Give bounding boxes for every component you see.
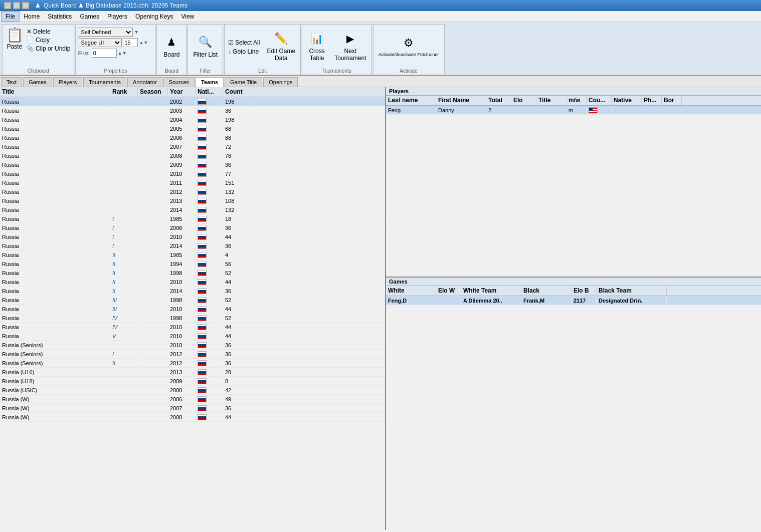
table-row[interactable]: RussiaII199456 [0,259,385,269]
table-row[interactable]: Russia200568 [0,124,385,133]
table-row[interactable]: RussiaI201044 [0,232,385,241]
flag-russia [198,162,207,168]
table-row[interactable]: Russia200936 [0,160,385,169]
tab-text[interactable]: Text [1,77,22,87]
select-all-button[interactable]: ☑ Select All [227,39,261,47]
table-row[interactable]: Russia (Seniors)201036 [0,341,385,350]
cross-table-button[interactable]: 📊 Cross Table [304,29,329,64]
maximize-button[interactable]: □ [13,2,20,9]
board-group: ♟ Board Board [156,24,186,75]
close-button[interactable]: × [22,2,29,9]
table-row[interactable]: RussiaII19854 [0,250,385,259]
table-row[interactable]: RussiaV201044 [0,332,385,341]
table-row[interactable]: RussiaII201044 [0,278,385,287]
table-row[interactable]: Russia (U16)201328 [0,368,385,377]
edit-game-data-button[interactable]: ✏️ Edit Game Data [264,29,298,64]
table-row[interactable]: RussiaII201436 [0,287,385,296]
first-value-input[interactable] [92,49,117,58]
flag-russia [198,306,207,312]
table-row[interactable]: Russia200336 [0,106,385,115]
font-select[interactable]: Segoe UI [78,38,122,47]
teams-table-scroll[interactable]: Russia2002198Russia200336Russia2004198Ru… [0,97,385,530]
table-row[interactable]: RussiaII199852 [0,269,385,278]
games-table[interactable]: Feng,DA Dilemma 20..Frank,M2117Designate… [386,296,761,530]
players-col-first-name: First Name [436,96,486,105]
copy-icon: 📄 [27,37,34,44]
flag-russia [198,108,207,114]
minimize-button[interactable]: _ [4,2,11,9]
tab-tournaments[interactable]: Tournaments [83,77,126,87]
table-row[interactable]: RussiaIV201044 [0,323,385,332]
self-defined-select[interactable]: Self Defined [78,28,133,37]
table-row[interactable]: RussiaI200636 [0,223,385,232]
games-col-black: Black [521,286,572,296]
font-size-input[interactable] [123,38,138,47]
tab-players[interactable]: Players [53,77,83,87]
table-row[interactable]: Russia2012132 [0,187,385,196]
board-button[interactable]: ♟ Board [159,32,184,60]
tab-teams[interactable]: Teams [196,77,224,87]
edit-game-data-icon: ✏️ [273,31,289,47]
table-row[interactable]: Russia2013108 [0,196,385,205]
flag-russia [198,126,207,132]
goto-line-icon: ↓ [228,48,231,55]
menu-opening-keys[interactable]: Opening Keys [131,11,177,22]
flag-russia [198,342,207,348]
menu-home[interactable]: Home [20,11,44,22]
flag-russia [198,360,207,366]
menu-view[interactable]: View [177,11,198,22]
table-row[interactable]: Russia2011151 [0,178,385,187]
flag-russia [198,405,207,411]
table-row[interactable]: RussiaIII199852 [0,296,385,305]
tab-sources[interactable]: Sources [163,77,195,87]
table-row[interactable]: Russia (W)200736 [0,404,385,413]
players-table[interactable]: FengDanny2m [386,106,761,277]
table-row[interactable]: Russia200876 [0,151,385,160]
filter-list-button[interactable]: 🔍 Filter List [190,32,221,60]
goto-line-button[interactable]: ↓ Goto Line [227,48,261,56]
table-row[interactable]: Russia201077 [0,169,385,178]
activate-deactivate-button[interactable]: ⚙ Activate/deactivate Fritztrainer [375,33,442,59]
right-panel: Players Last nameFirst NameTotalEloTitle… [386,87,761,530]
table-row[interactable]: Russia2004198 [0,115,385,124]
table-row[interactable]: Russia200772 [0,142,385,151]
first-arrows: ▲▼ [118,51,127,56]
table-row[interactable]: Russia (W)200649 [0,395,385,404]
table-row[interactable]: Russia2014132 [0,205,385,214]
games-col-white-team: White Team [461,286,521,296]
games-col-black-team: Black Team [597,286,667,296]
flag-russia [198,261,207,267]
table-row[interactable]: RussiaI201436 [0,241,385,250]
players-row[interactable]: FengDanny2m [386,106,761,115]
games-row[interactable]: Feng,DA Dilemma 20..Frank,M2117Designate… [386,296,761,305]
title-bar-controls[interactable]: _ □ × [4,2,29,9]
menu-bar: File Home Statistics Games Players Openi… [0,11,761,22]
menu-file[interactable]: File [1,11,20,22]
delete-button[interactable]: ✕ Delete [25,28,72,36]
flag-russia [198,414,207,420]
tab-game-title[interactable]: Game Title [225,77,262,87]
table-row[interactable]: Russia (W)200844 [0,413,385,422]
menu-players[interactable]: Players [103,11,131,22]
copy-button[interactable]: 📄 Copy [25,36,72,44]
games-section-title: Games [386,278,761,286]
table-row[interactable]: Russia (Seniors)II201236 [0,359,385,368]
table-row[interactable]: Russia (Seniors)I201236 [0,350,385,359]
tab-annotator[interactable]: Annotator [127,77,162,87]
clip-unclip-button[interactable]: 📎 Clip or Undip [25,45,72,53]
table-row[interactable]: RussiaI198518 [0,214,385,223]
table-row[interactable]: RussiaIII201044 [0,305,385,314]
flag-russia [198,369,207,375]
next-tournament-button[interactable]: ▶ Next Tournament [331,29,369,64]
menu-games[interactable]: Games [76,11,103,22]
table-row[interactable]: Russia200688 [0,133,385,142]
flag-russia [198,252,207,258]
table-row[interactable]: Russia (U18)20098 [0,377,385,386]
table-row[interactable]: RussiaIV199852 [0,314,385,323]
table-row[interactable]: Russia (USIC)200042 [0,386,385,395]
table-row[interactable]: Russia2002198 [0,97,385,106]
tab-openings[interactable]: Openings [263,77,298,87]
paste-button[interactable]: 📋 Paste [5,26,25,51]
menu-statistics[interactable]: Statistics [44,11,76,22]
tab-games[interactable]: Games [23,77,52,87]
